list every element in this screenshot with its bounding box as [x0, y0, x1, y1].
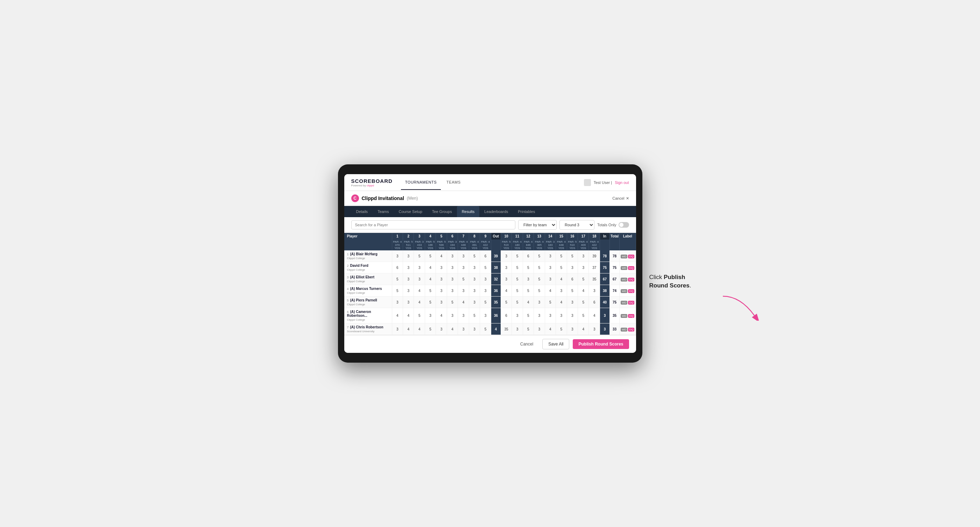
score-hole-2[interactable]: 3	[403, 251, 414, 262]
score-hole-15[interactable]: 5	[556, 262, 567, 273]
score-hole-12[interactable]: 5	[523, 285, 533, 297]
score-hole-1[interactable]: 3	[392, 324, 403, 335]
score-hole-2[interactable]: 3	[403, 297, 414, 308]
score-hole-10[interactable]: 3	[501, 251, 512, 262]
score-hole-12[interactable]: 6	[523, 251, 533, 262]
score-hole-13[interactable]: 5	[534, 273, 545, 285]
score-hole-6[interactable]: 5	[447, 297, 458, 308]
score-hole-4[interactable]: 5	[425, 297, 436, 308]
score-hole-16[interactable]: 3	[567, 262, 578, 273]
score-hole-17[interactable]: 4	[578, 285, 589, 297]
tab-teams[interactable]: Teams	[372, 206, 394, 217]
score-hole-6[interactable]: 3	[447, 308, 458, 324]
score-hole-8[interactable]: 3	[469, 285, 480, 297]
score-hole-18[interactable]: 4	[589, 308, 600, 324]
save-all-button[interactable]: Save All	[542, 339, 569, 349]
score-hole-5[interactable]: 3	[436, 262, 447, 273]
score-hole-2[interactable]: 3	[403, 262, 414, 273]
score-hole-14[interactable]: 5	[545, 297, 555, 308]
cancel-top-button[interactable]: Cancel ✕	[612, 196, 629, 201]
tab-details[interactable]: Details	[351, 206, 373, 217]
score-hole-18[interactable]: 6	[589, 297, 600, 308]
score-hole-6[interactable]: 3	[447, 251, 458, 262]
score-hole-4[interactable]: 5	[425, 251, 436, 262]
score-hole-3[interactable]: 5	[414, 308, 425, 324]
score-hole-1[interactable]: 3	[392, 251, 403, 262]
score-hole-16[interactable]: 5	[567, 251, 578, 262]
score-hole-16[interactable]: 6	[567, 273, 578, 285]
score-hole-7[interactable]: 3	[458, 285, 469, 297]
score-hole-1[interactable]: 6	[392, 262, 403, 273]
score-hole-17[interactable]: 3	[578, 262, 589, 273]
score-hole-9[interactable]: 5	[480, 262, 491, 273]
score-hole-9[interactable]: 3	[480, 308, 491, 324]
score-hole-14[interactable]: 4	[545, 324, 555, 335]
cancel-button[interactable]: Cancel	[515, 339, 539, 349]
score-hole-11[interactable]: 3	[512, 308, 523, 324]
score-hole-5[interactable]: 4	[436, 308, 447, 324]
score-hole-9[interactable]: 3	[480, 285, 491, 297]
score-hole-13[interactable]: 3	[534, 324, 545, 335]
score-hole-5[interactable]: 4	[436, 251, 447, 262]
tab-printables[interactable]: Printables	[513, 206, 540, 217]
score-hole-18[interactable]: 35	[589, 273, 600, 285]
score-hole-15[interactable]: 3	[556, 308, 567, 324]
search-input[interactable]	[351, 220, 516, 229]
score-hole-3[interactable]: 4	[414, 297, 425, 308]
score-hole-17[interactable]: 3	[578, 251, 589, 262]
round-select[interactable]: Round 3	[560, 220, 595, 230]
totals-switch[interactable]	[619, 222, 629, 228]
score-hole-3[interactable]: 4	[414, 285, 425, 297]
score-hole-6[interactable]: 3	[447, 262, 458, 273]
score-hole-5[interactable]: 3	[436, 273, 447, 285]
score-hole-17[interactable]: 5	[578, 308, 589, 324]
score-hole-5[interactable]: 3	[436, 297, 447, 308]
score-hole-10[interactable]: 35	[501, 324, 512, 335]
score-hole-2[interactable]: 4	[403, 324, 414, 335]
score-hole-14[interactable]: 3	[545, 308, 555, 324]
score-hole-10[interactable]: 3	[501, 262, 512, 273]
score-hole-15[interactable]: 4	[556, 273, 567, 285]
score-hole-11[interactable]: 5	[512, 285, 523, 297]
score-hole-13[interactable]: 3	[534, 308, 545, 324]
score-hole-10[interactable]: 4	[501, 285, 512, 297]
score-hole-9[interactable]: 5	[480, 324, 491, 335]
score-hole-8[interactable]: 3	[469, 324, 480, 335]
score-hole-13[interactable]: 5	[534, 262, 545, 273]
score-hole-17[interactable]: 4	[578, 324, 589, 335]
score-hole-4[interactable]: 5	[425, 285, 436, 297]
score-hole-6[interactable]: 3	[447, 285, 458, 297]
score-hole-4[interactable]: 5	[425, 324, 436, 335]
score-hole-15[interactable]: 5	[556, 324, 567, 335]
score-hole-8[interactable]: 5	[469, 251, 480, 262]
score-hole-8[interactable]: 3	[469, 262, 480, 273]
score-hole-12[interactable]: 4	[523, 297, 533, 308]
score-hole-2[interactable]: 3	[403, 273, 414, 285]
score-hole-3[interactable]: 5	[414, 251, 425, 262]
tab-tee-groups[interactable]: Tee Groups	[427, 206, 457, 217]
score-hole-10[interactable]: 5	[501, 297, 512, 308]
score-hole-14[interactable]: 3	[545, 273, 555, 285]
tab-results[interactable]: Results	[457, 206, 480, 217]
score-hole-15[interactable]: 3	[556, 285, 567, 297]
score-hole-16[interactable]: 3	[567, 324, 578, 335]
score-hole-12[interactable]: 5	[523, 308, 533, 324]
score-hole-11[interactable]: 3	[512, 324, 523, 335]
score-hole-14[interactable]: 3	[545, 251, 555, 262]
score-hole-11[interactable]: 5	[512, 251, 523, 262]
score-hole-12[interactable]: 5	[523, 262, 533, 273]
score-hole-1[interactable]: 4	[392, 308, 403, 324]
filter-by-team-select[interactable]: Filter by team	[518, 220, 557, 230]
score-hole-11[interactable]: 5	[512, 262, 523, 273]
score-hole-13[interactable]: 5	[534, 251, 545, 262]
score-hole-18[interactable]: 3	[589, 324, 600, 335]
score-hole-4[interactable]: 4	[425, 273, 436, 285]
nav-tournaments[interactable]: TOURNAMENTS	[401, 175, 441, 190]
score-hole-3[interactable]: 3	[414, 273, 425, 285]
tab-course-setup[interactable]: Course Setup	[394, 206, 427, 217]
score-hole-5[interactable]: 3	[436, 285, 447, 297]
score-hole-14[interactable]: 3	[545, 262, 555, 273]
score-hole-9[interactable]: 6	[480, 251, 491, 262]
score-hole-7[interactable]: 5	[458, 273, 469, 285]
score-hole-4[interactable]: 4	[425, 262, 436, 273]
